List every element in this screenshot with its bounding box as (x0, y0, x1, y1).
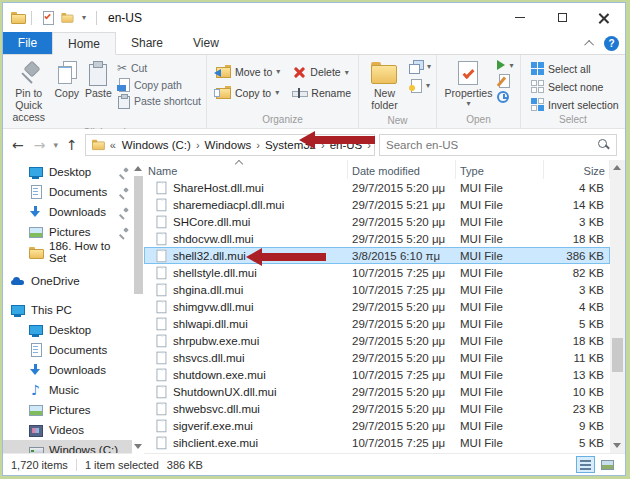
table-row[interactable]: ShutdownUX.dll.mui 29/7/2015 5:20 μμ MUI… (144, 383, 610, 400)
invert-selection-button[interactable]: Invert selection (529, 98, 621, 111)
close-button[interactable] (583, 3, 625, 32)
table-row[interactable]: sharemediacpl.dll.mui 29/7/2015 5:21 μμ … (144, 196, 610, 213)
chevron-right-icon[interactable]: › (364, 139, 374, 151)
table-row[interactable]: shsvcs.dll.mui 29/7/2015 5:20 μμ MUI Fil… (144, 349, 610, 366)
table-row[interactable]: sigverif.exe.mui 29/7/2015 5:20 μμ MUI F… (144, 417, 610, 434)
table-row[interactable]: shutdown.exe.mui 10/7/2015 7:25 μμ MUI F… (144, 366, 610, 383)
sidebar-item[interactable]: 186. How to Set (3, 242, 143, 262)
up-button[interactable]: ↑ (63, 137, 81, 153)
items-count: 1,720 items (11, 459, 68, 471)
scrollbar-thumb[interactable] (612, 338, 623, 372)
back-button[interactable]: ← (9, 137, 27, 153)
chevron-right-icon[interactable]: › (318, 139, 328, 151)
history-button[interactable] (495, 91, 515, 103)
sidebar-scrollbar[interactable] (132, 161, 144, 453)
tab-share[interactable]: Share (116, 32, 178, 54)
edit-button[interactable] (495, 74, 515, 87)
table-row[interactable]: shgina.dll.mui 10/7/2015 7:25 μμ MUI Fil… (144, 281, 610, 298)
copy-path-button[interactable]: Copy path (115, 78, 203, 91)
tab-view[interactable]: View (178, 32, 234, 54)
sidebar-item[interactable]: This PC (3, 300, 143, 320)
file-list-scrollbar[interactable] (610, 160, 625, 453)
scrollbar-thumb[interactable] (134, 176, 143, 294)
sidebar-item[interactable]: Videos (3, 420, 143, 440)
chevron-down-icon: ▾ (466, 99, 470, 108)
table-row[interactable]: shell32.dll.mui 3/8/2015 6:10 πμ MUI Fil… (144, 247, 610, 264)
table-row[interactable]: shellstyle.dll.mui 10/7/2015 7:25 μμ MUI… (144, 264, 610, 281)
breadcrumb-segment[interactable]: Windows (203, 139, 254, 151)
table-row[interactable]: shdocvw.dll.mui 29/7/2015 5:20 μμ MUI Fi… (144, 230, 610, 247)
forward-button[interactable]: → (31, 137, 49, 153)
copy-button[interactable]: Copy (52, 57, 83, 101)
table-row[interactable]: sihclient.exe.mui 10/7/2015 7:25 μμ MUI … (144, 434, 610, 451)
breadcrumb-segment[interactable]: System32 (263, 139, 318, 151)
scroll-down-icon[interactable] (134, 444, 142, 449)
qat-properties-button[interactable] (37, 8, 57, 28)
copy-to-button[interactable]: Copy to▾ (212, 86, 282, 99)
sidebar-item[interactable]: Documents (3, 340, 143, 360)
qat-new-folder-button[interactable] (57, 8, 77, 28)
scroll-up-icon[interactable] (613, 165, 621, 170)
tab-file[interactable]: File (3, 32, 52, 54)
new-item-button[interactable]: ▾ (407, 79, 433, 92)
delete-button[interactable]: Delete▾ (290, 65, 353, 79)
easy-access-button[interactable]: ▾ (407, 60, 433, 73)
select-all-button[interactable]: Select all (529, 62, 621, 75)
breadcrumb-segment[interactable]: en-US (328, 139, 365, 151)
sidebar-item[interactable]: Desktop (3, 162, 143, 182)
column-header-name[interactable]: Name (144, 160, 348, 179)
scroll-up-icon[interactable] (134, 166, 142, 171)
scroll-down-icon[interactable] (613, 443, 621, 448)
large-icons-view-button[interactable] (598, 456, 617, 473)
pin-to-quick-access-button[interactable]: Pin to Quick access (6, 57, 52, 125)
help-button[interactable]: ? (604, 36, 619, 51)
sidebar-item[interactable]: Documents (3, 182, 143, 202)
breadcrumb[interactable]: « Windows (C:) › Windows › System32 (85, 134, 375, 156)
table-row[interactable]: ShareHost.dll.mui 29/7/2015 5:20 μμ MUI … (144, 179, 610, 196)
open-button[interactable]: ▾ (495, 60, 515, 70)
breadcrumb-overflow[interactable]: « (108, 139, 118, 151)
tab-home[interactable]: Home (52, 32, 116, 55)
cut-button[interactable]: ✂Cut (115, 61, 203, 75)
table-row[interactable]: shlwapi.dll.mui 29/7/2015 5:20 μμ MUI Fi… (144, 315, 610, 332)
file-size: 4 KB (544, 182, 610, 194)
edit-icon (497, 74, 510, 87)
table-row[interactable]: shrpubw.exe.mui 29/7/2015 5:20 μμ MUI Fi… (144, 332, 610, 349)
file-date-modified: 10/7/2015 7:25 μμ (348, 437, 456, 449)
file-date-modified: 10/7/2015 7:25 μμ (348, 284, 456, 296)
sidebar-item[interactable]: Windows (C:) (3, 440, 143, 453)
sidebar-item[interactable]: Downloads (3, 202, 143, 222)
sidebar-item[interactable]: Desktop (3, 320, 143, 340)
search-icon[interactable] (597, 138, 610, 151)
move-to-button[interactable]: Move to▾ (212, 65, 282, 78)
sidebar-item[interactable]: Downloads (3, 360, 143, 380)
paste-button[interactable]: Paste (82, 57, 115, 101)
breadcrumb-segment[interactable]: Windows (C:) (120, 139, 193, 151)
column-header-type[interactable]: Type (456, 160, 544, 179)
chevron-right-icon[interactable]: › (253, 139, 263, 151)
breadcrumb-segments: Windows (C:) › Windows › System32 › (120, 139, 374, 151)
table-row[interactable]: shimgvw.dll.mui 29/7/2015 5:20 μμ MUI Fi… (144, 298, 610, 315)
paste-shortcut-button[interactable]: Paste shortcut (115, 94, 203, 107)
sidebar-item[interactable]: Pictures (3, 222, 143, 242)
column-header-date-modified[interactable]: Date modified (348, 160, 456, 179)
minimize-ribbon-icon[interactable] (584, 39, 594, 49)
select-none-button[interactable]: Select none (529, 80, 621, 93)
minimize-button[interactable] (499, 3, 541, 32)
rename-button[interactable]: Rename (290, 87, 353, 99)
sidebar-item[interactable]: OneDrive (3, 271, 143, 291)
recent-locations-button[interactable]: ▾ (52, 140, 59, 150)
search-input[interactable] (386, 139, 597, 151)
table-row[interactable]: SHCore.dll.mui 29/7/2015 5:20 μμ MUI Fil… (144, 213, 610, 230)
details-view-button[interactable] (576, 456, 595, 473)
sidebar-item[interactable]: Pictures (3, 400, 143, 420)
properties-button[interactable]: Properties ▾ (442, 57, 496, 110)
maximize-button[interactable] (541, 3, 583, 32)
column-header-size[interactable]: Size (544, 160, 610, 179)
chevron-right-icon[interactable]: › (193, 139, 203, 151)
new-folder-button[interactable]: New folder (362, 57, 407, 113)
table-row[interactable]: shwebsvc.dll.mui 29/7/2015 5:20 μμ MUI F… (144, 400, 610, 417)
qat-customize-button[interactable]: ▾ (77, 8, 91, 28)
sidebar-item[interactable]: Music (3, 380, 143, 400)
file-date-modified: 29/7/2015 5:20 μμ (348, 420, 456, 432)
